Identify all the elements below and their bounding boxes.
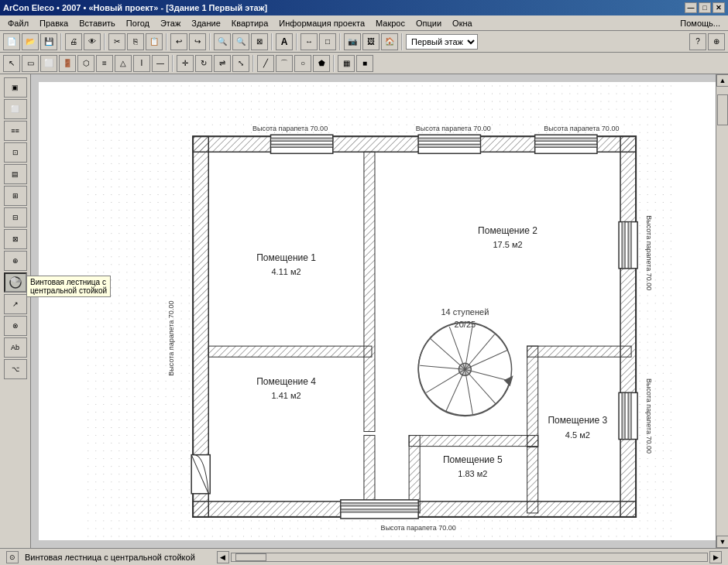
scroll-thumb[interactable]	[717, 94, 728, 125]
scroll-right-button[interactable]: ▶	[709, 551, 722, 563]
circle-tool[interactable]: ○	[294, 55, 311, 72]
zoom-in-button[interactable]: 🔍	[214, 33, 231, 50]
copy-button[interactable]: ⎘	[127, 33, 144, 50]
left-btn-11[interactable]: ↗	[4, 294, 27, 314]
svg-text:Высота парапета 70.00: Высота парапета 70.00	[252, 125, 328, 132]
left-btn-9[interactable]: ⊕	[4, 251, 27, 271]
paste-button[interactable]: 📋	[146, 33, 163, 50]
left-btn-7[interactable]: ⊟	[4, 207, 27, 228]
left-btn-4[interactable]: ⊡	[4, 142, 27, 163]
menu-project-info[interactable]: Информация проекта	[274, 17, 369, 29]
stair-tool[interactable]: ≡	[96, 55, 113, 72]
svg-text:1.41 м2: 1.41 м2	[271, 391, 300, 400]
beam-tool[interactable]: —	[152, 55, 169, 72]
menu-macro[interactable]: Макрос	[371, 17, 410, 29]
scroll-left-button[interactable]: ◀	[217, 551, 229, 563]
wall-tool[interactable]: ▭	[22, 55, 39, 72]
undo-button[interactable]: ↩	[170, 33, 187, 50]
close-button[interactable]: ✕	[713, 2, 725, 13]
svg-text:4.5 м2: 4.5 м2	[565, 430, 590, 440]
menu-edit[interactable]: Правка	[35, 17, 73, 29]
menu-file[interactable]: Файл	[3, 17, 33, 29]
menu-help[interactable]: Помощь...	[675, 17, 725, 29]
menu-insert[interactable]: Вставить	[74, 17, 120, 29]
svg-text:17.5 м2: 17.5 м2	[493, 240, 522, 249]
left-btn-12[interactable]: ⊗	[4, 316, 27, 336]
rotate-tool[interactable]: ↻	[195, 55, 212, 72]
svg-text:1.83 м2: 1.83 м2	[458, 469, 487, 478]
svg-rect-24	[535, 138, 597, 141]
extra-btn[interactable]: ⊕	[708, 33, 725, 50]
svg-rect-10	[208, 346, 372, 357]
sep-t3	[333, 55, 335, 72]
dimension-button[interactable]: ↔	[300, 33, 318, 50]
left-btn-2[interactable]: ⬜	[4, 99, 27, 119]
column-tool[interactable]: I	[133, 55, 150, 72]
floor-select[interactable]: Первый этаж	[406, 34, 478, 50]
cut-button[interactable]: ✂	[108, 33, 125, 50]
left-btn-5[interactable]: ▤	[4, 164, 27, 184]
poly-tool[interactable]: ⬟	[313, 55, 330, 72]
title-bar-buttons[interactable]: — □ ✕	[685, 2, 725, 13]
left-btn-1[interactable]: ▣	[4, 77, 27, 98]
left-btn-13[interactable]: Ab	[4, 337, 27, 358]
zoom-out-button[interactable]: 🔍	[232, 33, 249, 50]
svg-rect-28	[341, 509, 418, 512]
svg-text:Помещение 4: Помещение 4	[256, 376, 316, 387]
scroll-down-button[interactable]: ▼	[716, 536, 728, 548]
view3d-button[interactable]: 🏠	[381, 33, 398, 50]
menu-floor[interactable]: Этаж	[156, 17, 185, 29]
door-tool[interactable]: 🚪	[59, 55, 76, 72]
render-button[interactable]: 🖼	[362, 33, 379, 50]
sep-t1	[172, 55, 173, 72]
svg-rect-25	[535, 144, 597, 147]
left-btn-8[interactable]: ⊠	[4, 229, 27, 249]
arc-tool[interactable]: ⌒	[276, 55, 293, 72]
sep5	[271, 33, 273, 50]
move-tool[interactable]: ✛	[177, 55, 194, 72]
menu-windows[interactable]: Окна	[448, 17, 477, 29]
photo-button[interactable]: 📷	[344, 33, 361, 50]
open-button[interactable]: 📂	[22, 33, 39, 50]
menu-apartment[interactable]: Квартира	[227, 17, 273, 29]
menu-options[interactable]: Опции	[411, 17, 446, 29]
window-tool[interactable]: ⬡	[77, 55, 94, 72]
left-btn-6[interactable]: ⊞	[4, 186, 27, 206]
status-bar: ⊙ Винтовая лестница с центральной стойко…	[0, 548, 728, 565]
menu-weather[interactable]: Погод	[122, 17, 154, 29]
scroll-up-button[interactable]: ▲	[716, 74, 728, 87]
zoom-all-button[interactable]: ⊠	[251, 33, 268, 50]
text-button[interactable]: A	[276, 33, 293, 50]
select-tool[interactable]: ↖	[3, 55, 20, 72]
fill-tool[interactable]: ■	[356, 55, 373, 72]
toolbar-row2: ↖ ▭ ⬜ 🚪 ⬡ ≡ △ I — ✛ ↻ ⇌ ⤡ ╱ ⌒ ○ ⬟ ▦ ■	[0, 53, 728, 74]
redo-button[interactable]: ↪	[189, 33, 206, 50]
canvas-area[interactable]: Высота парапета 70.00 Высота парапета 70…	[31, 74, 728, 548]
sep1	[60, 33, 62, 50]
new-button[interactable]: 📄	[3, 33, 20, 50]
toolbar-row1: 📄 📂 💾 🖨 👁 ✂ ⎘ 📋 ↩ ↪ 🔍 🔍 ⊠ A ↔ □ 📷 🖼 🏠 Пе…	[0, 31, 728, 53]
title-bar: ArCon Eleco • 2007 • «Новый проект» - [З…	[0, 0, 728, 15]
hatch-tool[interactable]: ▦	[338, 55, 355, 72]
print-button[interactable]: 🖨	[65, 33, 82, 50]
left-btn-stair[interactable]	[4, 272, 27, 293]
menu-building[interactable]: Здание	[187, 17, 225, 29]
mirror-tool[interactable]: ⇌	[214, 55, 231, 72]
left-btn-3[interactable]: ≡≡	[4, 121, 27, 141]
maximize-button[interactable]: □	[699, 2, 711, 13]
save-button[interactable]: 💾	[40, 33, 57, 50]
room-tool[interactable]: ⬜	[40, 55, 57, 72]
left-btn-14[interactable]: ⌥	[4, 359, 27, 379]
svg-text:Помещение 2: Помещение 2	[478, 225, 537, 236]
sep4	[209, 33, 211, 50]
roof-tool[interactable]: △	[115, 55, 132, 72]
help-btn[interactable]: ?	[689, 33, 706, 50]
preview-button[interactable]: 👁	[84, 33, 101, 50]
vertical-scrollbar[interactable]: ▲ ▼	[716, 74, 728, 548]
svg-rect-33	[622, 392, 625, 439]
line-tool[interactable]: ╱	[257, 55, 274, 72]
svg-rect-21	[418, 138, 480, 141]
area-button[interactable]: □	[319, 33, 336, 50]
scale-tool[interactable]: ⤡	[232, 55, 249, 72]
minimize-button[interactable]: —	[685, 2, 697, 13]
